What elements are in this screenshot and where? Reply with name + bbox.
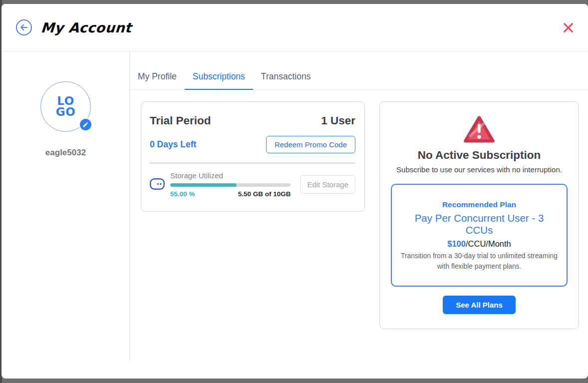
close-icon	[562, 21, 575, 34]
page-title: My Account	[40, 20, 132, 35]
plan-price: $100/CCU/Month	[400, 239, 559, 249]
panel-divider	[129, 51, 130, 361]
subscriptions-content: Trial Period 1 User 0 Days Left Redeem P…	[141, 101, 579, 329]
recommended-plan-box: Recommended Plan Pay Per Concurrent User…	[391, 184, 568, 287]
warning-triangle-icon	[462, 114, 496, 145]
plan-name: Pay Per Concurrent User - 3 CCUs	[400, 212, 559, 236]
plan-description: Transition from a 30-day trial to unlimi…	[400, 251, 559, 272]
my-account-modal: My Account LO GO	[1, 4, 588, 379]
modal-body: LO GO eagle5032 My Profile Subscriptions	[1, 51, 588, 379]
storage-progress-fill	[170, 183, 237, 187]
modal-header: My Account	[1, 4, 588, 51]
storage-progress-bar	[170, 183, 291, 187]
no-subscription-subtitle: Subscribe to use our services with no in…	[391, 165, 568, 174]
trial-title: Trial Period	[150, 114, 211, 127]
tabs: My Profile Subscriptions Transactions	[130, 71, 588, 90]
see-all-plans-button[interactable]: See All Plans	[443, 296, 516, 314]
plan-price-suffix: /CCU/Month	[466, 239, 511, 248]
tab-subscriptions[interactable]: Subscriptions	[185, 71, 253, 90]
storage-label: Storage Utilized	[170, 171, 291, 180]
storage-section: Storage Utilized 55.00 % 5.50 GB of 10GB…	[150, 171, 355, 198]
user-count: 1 User	[321, 114, 355, 127]
edit-storage-button[interactable]: Edit Storage	[300, 175, 355, 194]
tab-my-profile[interactable]: My Profile	[130, 71, 185, 90]
back-button[interactable]	[16, 19, 32, 35]
card-divider	[150, 163, 355, 163]
no-subscription-card: No Active Subscription Subscribe to use …	[379, 101, 579, 329]
avatar: LO GO	[40, 81, 91, 132]
plan-badge: Recommended Plan	[400, 200, 559, 209]
storage-percent: 55.00 %	[170, 190, 195, 198]
pencil-icon	[82, 121, 89, 128]
tab-transactions[interactable]: Transactions	[253, 71, 319, 90]
redeem-promo-code-button[interactable]: Redeem Promo Code	[266, 136, 355, 153]
plan-price-amount: $100	[447, 239, 466, 248]
avatar-logo-text-line2: GO	[56, 107, 75, 118]
arrow-left-icon	[19, 23, 28, 32]
days-left: 0 Days Left	[150, 139, 196, 150]
trial-period-card: Trial Period 1 User 0 Days Left Redeem P…	[141, 101, 365, 212]
profile-panel: LO GO eagle5032	[1, 51, 130, 379]
username: eagle5032	[1, 148, 130, 158]
edit-avatar-button[interactable]	[79, 118, 92, 131]
no-subscription-title: No Active Subscription	[391, 149, 568, 162]
storage-usage: 5.50 GB of 10GB	[238, 190, 291, 198]
close-button[interactable]	[561, 20, 576, 35]
main-panel: My Profile Subscriptions Transactions Tr…	[130, 51, 588, 379]
hard-drive-icon	[150, 178, 165, 190]
